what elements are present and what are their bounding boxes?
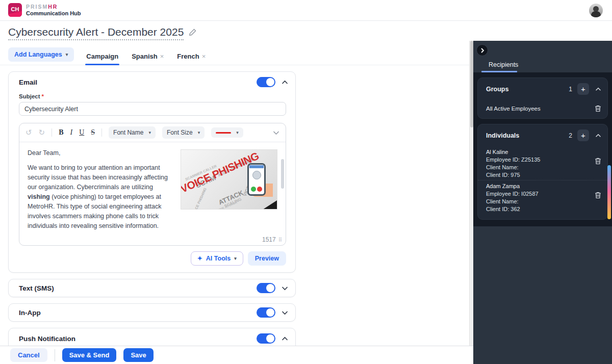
email-rich-text-editor: ↺ ↻ B I U S Font Name ▾ Font Size ▾ — [19, 123, 286, 246]
save-button[interactable]: Save — [123, 348, 153, 362]
character-count: 1517 — [262, 236, 276, 243]
language-tabs: Add Languages ▾ Campaign Spanish × Frenc… — [0, 47, 469, 65]
caret-down-icon: ▾ — [236, 130, 239, 135]
sms-toggle[interactable] — [257, 283, 275, 293]
add-individual-button[interactable]: + — [577, 129, 589, 141]
font-size-dropdown[interactable]: Font Size ▾ — [162, 126, 205, 139]
individual-client-id: Client ID: 362 — [486, 205, 595, 213]
delete-individual-icon[interactable] — [595, 192, 601, 199]
email-card-title: Email — [19, 79, 257, 86]
group-row: All Active Employees — [478, 100, 607, 113]
individual-client-name: Client Name: — [486, 198, 595, 205]
app-header: CH PRISMHR Communication Hub — [0, 0, 612, 21]
recipients-panel: Groups 1 + All Active Employees Individu… — [473, 72, 612, 226]
close-icon[interactable]: × — [202, 53, 206, 60]
text-color-dropdown[interactable]: ▾ — [211, 127, 243, 138]
group-name: All Active Employees — [486, 106, 595, 112]
main-panel: Cybersecurity Alert - December 2025 Add … — [0, 21, 469, 364]
push-card-title: Push Notification — [19, 335, 257, 343]
toolbar-divider — [52, 128, 52, 137]
close-icon[interactable]: × — [160, 53, 164, 60]
individual-name: Al Kaline — [486, 148, 595, 156]
sms-card: Text (SMS) — [8, 279, 296, 297]
in-app-card: In-App — [8, 303, 296, 322]
redo-icon[interactable]: ↻ — [39, 128, 45, 137]
email-subject-input[interactable] — [19, 102, 286, 116]
bold-button[interactable]: B — [59, 128, 63, 137]
delete-group-icon[interactable] — [595, 105, 601, 112]
chevron-up-icon[interactable] — [282, 80, 288, 85]
individual-row: Al Kaline Employee ID: Z25135 Client Nam… — [478, 146, 607, 180]
save-and-send-button[interactable]: Save & Send — [62, 348, 117, 362]
page-title-row: Cybersecurity Alert - December 2025 — [8, 26, 469, 40]
push-toggle[interactable] — [257, 333, 275, 344]
caret-down-icon: ▾ — [148, 130, 151, 135]
chevron-up-icon[interactable] — [595, 134, 601, 138]
tab-french[interactable]: French × — [176, 48, 207, 65]
chevron-up-icon[interactable] — [282, 336, 288, 341]
individual-row: Adam Zampa Employee ID: I02587 Client Na… — [478, 180, 607, 214]
page-title[interactable]: Cybersecurity Alert - December 2025 — [8, 26, 184, 40]
editor-scrollbar[interactable] — [281, 159, 284, 189]
required-asterisk: * — [42, 93, 44, 99]
phone-graphic — [247, 163, 266, 196]
tab-campaign[interactable]: Campaign — [85, 48, 119, 65]
individuals-section: Individuals 2 + Al Kaline Employee ID: Z… — [477, 124, 608, 220]
channel-cards: Email Subject* ↺ ↻ B I U — [0, 65, 469, 364]
font-name-dropdown[interactable]: Font Name ▾ — [109, 126, 156, 139]
brand-subtitle: Communication Hub — [26, 10, 81, 16]
brand-name: PRISMHR — [26, 4, 81, 10]
add-group-button[interactable]: + — [577, 83, 589, 95]
ai-tools-button[interactable]: ✦ AI Tools ▾ — [191, 251, 243, 266]
recipients-scrollbar-thumb[interactable] — [607, 165, 611, 219]
sleeve-graphic — [255, 194, 277, 210]
resize-grip-icon[interactable]: ⠿ — [278, 237, 282, 243]
cancel-button[interactable]: Cancel — [10, 348, 47, 362]
add-languages-button[interactable]: Add Languages ▾ — [8, 47, 74, 62]
tab-recipients[interactable]: Recipients — [489, 61, 518, 68]
caret-down-icon: ▾ — [198, 130, 200, 135]
brand[interactable]: CH PRISMHR Communication Hub — [8, 3, 81, 17]
individual-client-id: Client ID: 975 — [486, 171, 595, 179]
footer-divider — [55, 349, 55, 361]
undo-icon[interactable]: ↺ — [26, 128, 32, 137]
individual-employee-id: Employee ID: I02587 — [486, 190, 595, 198]
color-swatch — [216, 132, 231, 134]
delete-individual-icon[interactable] — [595, 158, 601, 165]
communication-hub-logo: CH — [8, 3, 22, 17]
email-subject-label: Subject* — [19, 93, 285, 99]
italic-button[interactable]: I — [70, 128, 73, 137]
email-toggle[interactable] — [257, 77, 275, 87]
groups-count: 1 — [569, 86, 572, 93]
email-card: Email Subject* ↺ ↻ B I U — [8, 71, 296, 273]
individual-employee-id: Employee ID: Z25135 — [486, 156, 595, 164]
sparkle-icon: ✦ — [197, 255, 202, 262]
chevron-down-icon[interactable] — [282, 286, 288, 291]
email-body-editor[interactable]: SCAMMER CALLER SCAMMER AUDIT SCAM VOICE … — [19, 142, 286, 236]
individuals-title: Individuals — [486, 132, 569, 139]
caret-down-icon: ▾ — [234, 256, 237, 261]
logo-text: CH — [11, 6, 19, 12]
groups-title: Groups — [486, 86, 569, 93]
chevron-down-icon[interactable] — [282, 310, 288, 315]
strikethrough-button[interactable]: S — [91, 128, 95, 137]
underline-button[interactable]: U — [79, 128, 84, 137]
editor-toolbar: ↺ ↻ B I U S Font Name ▾ Font Size ▾ — [19, 123, 286, 142]
expand-sidebar-button[interactable] — [476, 44, 488, 56]
action-footer: Cancel Save & Send Save — [0, 346, 473, 364]
toolbar-expand-chevron-icon[interactable] — [273, 131, 279, 135]
edit-title-icon[interactable] — [189, 28, 197, 38]
in-app-toggle[interactable] — [257, 307, 275, 318]
recipients-sidebar: Recipients Groups 1 + All Active Employe… — [473, 41, 612, 364]
preview-button[interactable]: Preview — [248, 251, 286, 266]
individuals-count: 2 — [569, 132, 572, 139]
main-scrollbar[interactable] — [469, 41, 473, 346]
toolbar-divider — [101, 128, 102, 137]
tab-spanish[interactable]: Spanish × — [131, 48, 165, 65]
individual-name: Adam Zampa — [486, 183, 595, 190]
groups-section: Groups 1 + All Active Employees — [477, 77, 608, 119]
in-app-card-title: In-App — [19, 309, 257, 317]
caret-down-icon: ▾ — [66, 52, 68, 57]
user-avatar[interactable] — [589, 4, 603, 17]
chevron-up-icon[interactable] — [595, 87, 601, 91]
